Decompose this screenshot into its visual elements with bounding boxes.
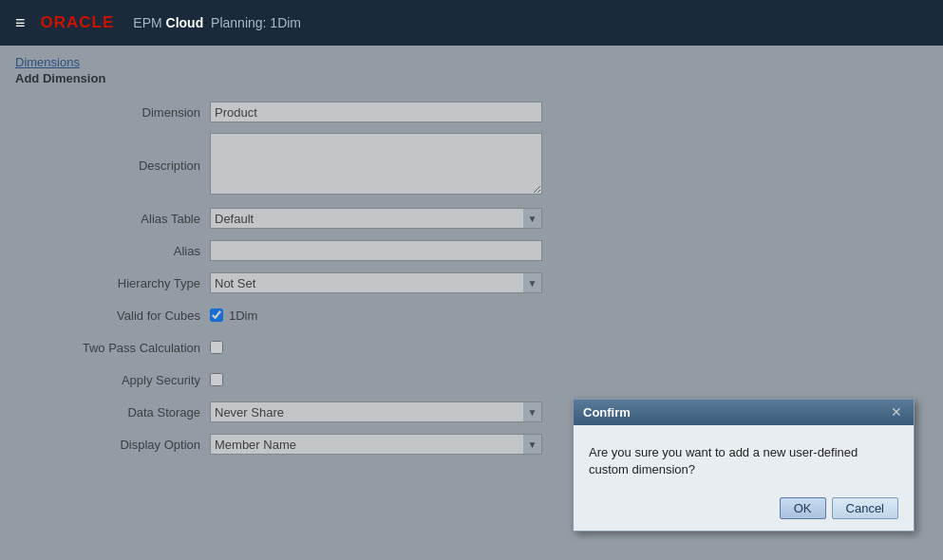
dialog-message: Are you sure you want to add a new user-… bbox=[589, 445, 858, 476]
confirm-dialog: Confirm ✕ Are you sure you want to add a… bbox=[573, 399, 915, 532]
oracle-logo: ORACLE bbox=[41, 13, 115, 32]
cancel-button[interactable]: Cancel bbox=[832, 497, 898, 519]
dialog-header: Confirm ✕ bbox=[574, 400, 914, 425]
dialog-title: Confirm bbox=[583, 405, 631, 420]
dialog-body: Are you sure you want to add a new user-… bbox=[574, 425, 914, 490]
ok-button[interactable]: OK bbox=[780, 497, 826, 519]
menu-icon[interactable]: ≡ bbox=[15, 13, 26, 33]
main-content: Dimensions Add Dimension Dimension Descr… bbox=[0, 46, 943, 560]
dialog-close-button[interactable]: ✕ bbox=[889, 405, 904, 419]
dialog-footer: OK Cancel bbox=[574, 490, 914, 531]
app-title: EPM Cloud Planning: 1Dim bbox=[129, 15, 301, 30]
app-header: ≡ ORACLE EPM Cloud Planning: 1Dim bbox=[0, 0, 943, 46]
